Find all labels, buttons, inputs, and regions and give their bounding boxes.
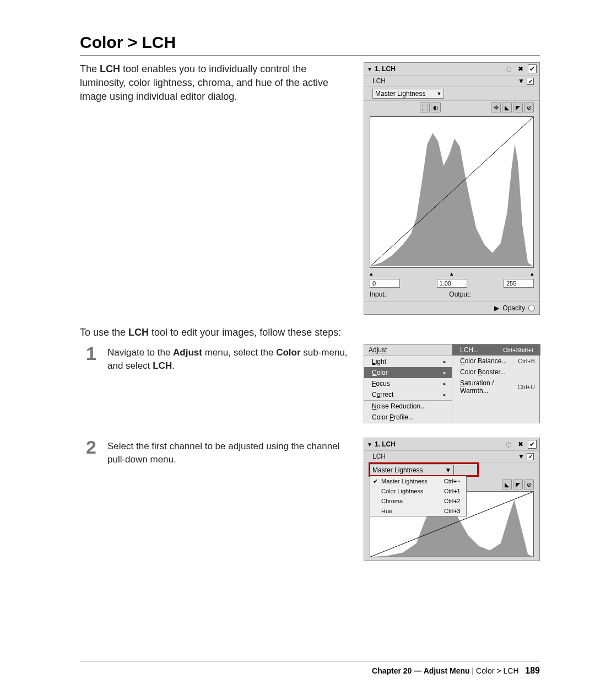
histogram-icon[interactable]: ⛶: [420, 103, 430, 112]
steps-intro: To use the LCH tool to edit your images,…: [80, 327, 540, 338]
channel-option-hue[interactable]: HueCtrl+3: [370, 506, 466, 516]
whitepoint-icon[interactable]: ◤: [513, 103, 523, 112]
curve-editor[interactable]: [370, 116, 534, 268]
chevron-down-icon: ▼: [436, 91, 441, 96]
collapse-icon[interactable]: ▼: [367, 441, 372, 448]
menu-header[interactable]: Adjust: [364, 344, 452, 356]
lch-panel-step2: ▼ 1. LCH ◌ ✖ ✔ LCH ▼ ✔ Master Li: [364, 438, 540, 561]
input-label: Input:: [370, 290, 386, 298]
menu-item-profile[interactable]: Color Profile...: [364, 412, 452, 423]
gamma-input[interactable]: 1.00: [437, 279, 467, 288]
close-icon[interactable]: ✖: [516, 64, 525, 73]
expand-icon[interactable]: ▶: [494, 304, 499, 312]
chevron-down-icon: ▼: [518, 453, 524, 460]
opacity-label: Opacity: [502, 304, 525, 312]
step1-text: Navigate to the Adjust menu, select the …: [107, 344, 353, 423]
close-icon[interactable]: ✖: [516, 440, 525, 449]
eye-icon[interactable]: ◐: [431, 103, 441, 112]
menu-item-noise[interactable]: Noise Reduction...: [364, 400, 452, 412]
apply-checkbox[interactable]: ✔: [528, 440, 537, 449]
black-input[interactable]: 0: [370, 279, 400, 288]
page-title: Color > LCH: [80, 33, 540, 56]
opacity-radio[interactable]: [528, 305, 535, 311]
panel-header: ▼ 1. LCH ◌ ✖ ✔: [364, 63, 539, 76]
enable-checkbox[interactable]: ✔: [527, 453, 534, 460]
reset-curve-icon[interactable]: ⊘: [524, 480, 534, 489]
menu-item-correct[interactable]: Correct▸: [364, 389, 452, 400]
blackpoint-icon[interactable]: ◣: [502, 103, 512, 112]
panel-title: 1. LCH: [375, 65, 503, 73]
collapse-icon[interactable]: ▼: [367, 66, 372, 72]
slider-markers: ▴▴▴: [364, 270, 539, 277]
svg-marker-0: [370, 133, 533, 267]
adjust-menu-screenshot: Adjust Light▸ Color▸ Focus▸ Correct▸ Noi…: [364, 344, 540, 423]
menu-item-focus[interactable]: Focus▸: [364, 378, 452, 389]
intro-text: The LCH tool enables you to individually…: [80, 62, 347, 315]
channel-option-colorlight[interactable]: Color LightnessCtrl+1: [370, 486, 466, 496]
panel-title: 1. LCH: [375, 440, 503, 448]
menu-item-light[interactable]: Light▸: [364, 356, 452, 367]
channel-option-master[interactable]: Master LightnessCtrl+~: [370, 476, 466, 486]
submenu-item-lch[interactable]: LCH...Ctrl+Shift+L: [452, 344, 540, 356]
step-number: 1: [80, 344, 96, 423]
reset-icon[interactable]: ◌: [504, 64, 513, 73]
chevron-down-icon: ▼: [518, 77, 524, 85]
submenu-item-colorbalance[interactable]: Color Balance...Ctrl+B: [452, 356, 540, 367]
channel-menu: Master LightnessCtrl+~ Color LightnessCt…: [370, 476, 467, 516]
submenu-item-saturation[interactable]: Saturation / Warmth...Ctrl+U: [452, 378, 540, 396]
effect-type-dropdown[interactable]: LCH: [372, 453, 516, 460]
apply-checkbox[interactable]: ✔: [528, 64, 537, 73]
step2-text: Select the first channel to be adjusted …: [107, 438, 353, 561]
submenu-item-colorbooster[interactable]: Color Booster...: [452, 367, 540, 378]
enable-checkbox[interactable]: ✔: [527, 78, 534, 85]
channel-dropdown[interactable]: Master Lightness ▼: [372, 89, 444, 99]
reset-icon[interactable]: ◌: [504, 440, 513, 449]
lch-panel: ▼ 1. LCH ◌ ✖ ✔ LCH ▼ ✔ Master Lightness: [364, 62, 540, 315]
page-footer: Chapter 20 — Adjust Menu | Color > LCH 1…: [80, 661, 540, 676]
effect-type-dropdown[interactable]: LCH: [372, 77, 516, 85]
whitepoint-icon[interactable]: ◤: [513, 480, 523, 489]
auto-icon[interactable]: ✥: [491, 103, 501, 112]
white-input[interactable]: 255: [504, 279, 534, 288]
channel-option-chroma[interactable]: ChromaCtrl+2: [370, 496, 466, 506]
curve-toolbar: ⛶ ◐ ✥ ◣ ◤ ⊘: [364, 101, 539, 114]
reset-curve-icon[interactable]: ⊘: [524, 103, 534, 112]
output-label: Output:: [449, 290, 470, 298]
channel-label: Master Lightness: [375, 90, 425, 98]
step-number: 2: [80, 438, 96, 561]
highlight-box: [369, 462, 479, 477]
blackpoint-icon[interactable]: ◣: [502, 480, 512, 489]
menu-item-color[interactable]: Color▸: [364, 367, 452, 378]
